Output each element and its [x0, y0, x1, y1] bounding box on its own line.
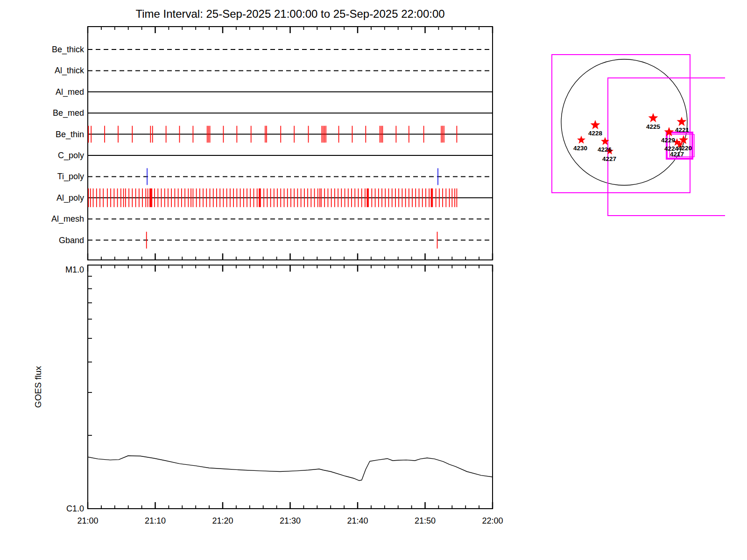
sunspot-star-4228	[591, 120, 600, 129]
row-label-Be_med: Be_med	[53, 108, 84, 118]
sunspot-label-4228: 4228	[588, 130, 603, 137]
goes-flux-curve	[88, 456, 493, 481]
x-tick-label: 21:50	[415, 516, 436, 525]
x-tick-label: 21:20	[212, 516, 233, 525]
row-label-Al_med: Al_med	[56, 87, 84, 97]
row-label-Be_thick: Be_thick	[52, 45, 85, 55]
row-label-Al_poly: Al_poly	[56, 193, 84, 203]
x-tick-label: 21:30	[280, 516, 301, 525]
row-label-Gband: Gband	[59, 236, 84, 245]
sunspot-label-4221: 4221	[675, 126, 690, 133]
x-tick-label: 21:00	[77, 516, 98, 525]
sunspot-label-4225: 4225	[646, 123, 661, 130]
timeline-panel-border	[88, 27, 493, 260]
sunspot-label-4226: 4226	[598, 146, 612, 153]
sunspot-label-4229: 4229	[661, 137, 675, 144]
row-label-Al_mesh: Al_mesh	[51, 214, 84, 224]
xrt-timeline-page: { "title": "Time Interval: 25-Sep-2025 2…	[0, 0, 747, 560]
row-label-Ti_poly: Ti_poly	[57, 172, 84, 182]
sunspot-star-4229	[664, 127, 674, 136]
x-tick-label: 21:10	[145, 516, 166, 525]
plots-canvas: Be_thickAl_thickAl_medBe_medBe_thinC_pol…	[0, 0, 747, 560]
row-label-Be_thin: Be_thin	[56, 130, 84, 140]
sunspot-star-4225	[648, 113, 658, 122]
sunspot-star-4221	[677, 117, 687, 126]
goes-panel-border	[88, 265, 493, 509]
sunspot-star-4230	[577, 136, 585, 144]
sunspot-label-4227: 4227	[602, 155, 616, 162]
x-tick-label: 21:40	[347, 516, 368, 525]
sunspot-label-4217: 4217	[670, 151, 684, 158]
fov-box-1	[552, 55, 690, 193]
row-label-C_poly: C_poly	[58, 151, 84, 161]
x-tick-label: 22:00	[482, 516, 503, 525]
goes-ylabel: GOES flux	[33, 366, 43, 408]
sunspot-label-4230: 4230	[573, 145, 587, 152]
y-bottom-label: C1.0	[66, 504, 84, 513]
row-label-Al_thick: Al_thick	[55, 66, 85, 76]
y-top-label: M1.0	[65, 265, 84, 274]
